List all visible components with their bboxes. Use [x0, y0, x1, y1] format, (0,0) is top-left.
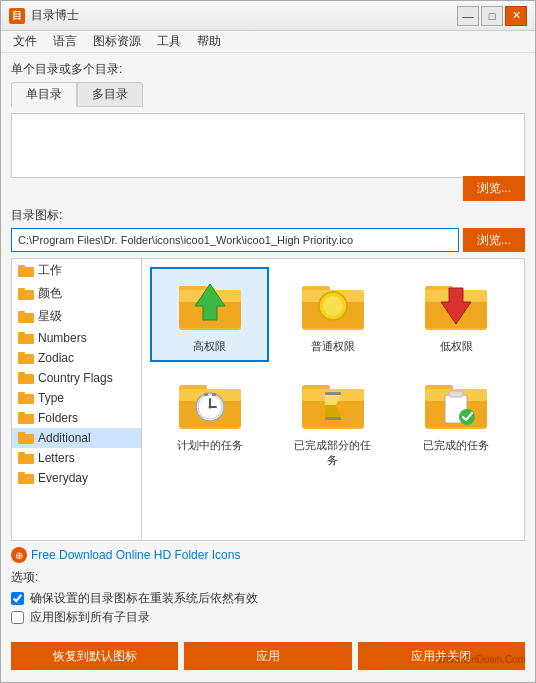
menu-tools[interactable]: 工具: [149, 31, 189, 52]
folder-svg-normal: [300, 278, 366, 332]
window-controls: — □ ✕: [457, 6, 527, 26]
single-multi-label: 单个目录或多个目录:: [11, 61, 525, 78]
tab-single[interactable]: 单目录: [11, 82, 77, 107]
folder-icon-small: [18, 452, 34, 464]
icon-grid: 高权限 普通权限: [142, 259, 524, 540]
menu-icon-resources[interactable]: 图标资源: [85, 31, 149, 52]
icon-path-input[interactable]: [11, 228, 459, 252]
icon-cell-done-task[interactable]: 已完成的任务: [397, 366, 516, 476]
icon-category-list[interactable]: 工作 颜色 星级 Numbers Zodiac: [12, 259, 142, 540]
svg-rect-32: [325, 417, 341, 420]
option-checkbox-1[interactable]: [11, 592, 24, 605]
option-label-2: 应用图标到所有子目录: [30, 609, 150, 626]
icon-main-area: 工作 颜色 星级 Numbers Zodiac: [11, 258, 525, 541]
apply-button[interactable]: 应用: [184, 642, 351, 670]
menu-help[interactable]: 帮助: [189, 31, 229, 52]
icon-label-done-task: 已完成的任务: [423, 438, 489, 453]
folder-icon-small: [18, 352, 34, 364]
svg-rect-23: [212, 393, 216, 396]
icon-img-partial-task: [298, 374, 368, 434]
svg-point-10: [323, 296, 343, 316]
icon-label-partial-task: 已完成部分的任 务: [294, 438, 371, 468]
list-item-flags[interactable]: Country Flags: [12, 368, 141, 388]
icon-img-done-task: [421, 374, 491, 434]
restore-default-button[interactable]: 恢复到默认图标: [11, 642, 178, 670]
option-row-1: 确保设置的目录图标在重装系统后依然有效: [11, 590, 525, 607]
list-item-color[interactable]: 颜色: [12, 282, 141, 305]
browse-button-top[interactable]: 浏览...: [463, 176, 525, 201]
folder-icon-small: [18, 372, 34, 384]
menu-file[interactable]: 文件: [5, 31, 45, 52]
svg-rect-31: [325, 392, 341, 395]
svg-rect-41: [449, 391, 463, 397]
icon-img-low-priority: [421, 275, 491, 335]
list-item-numbers[interactable]: Numbers: [12, 328, 141, 348]
minimize-button[interactable]: —: [457, 6, 479, 26]
window-title: 目录博士: [31, 7, 457, 24]
icon-section-label: 目录图标:: [11, 207, 525, 224]
folder-icon-small: [18, 332, 34, 344]
option-row-2: 应用图标到所有子目录: [11, 609, 525, 626]
icon-img-normal-priority: [298, 275, 368, 335]
folder-icon-small: [18, 288, 34, 300]
icon-img-planned-task: [175, 374, 245, 434]
icon-cell-planned-task[interactable]: 计划中的任务: [150, 366, 269, 476]
list-item-zodiac[interactable]: Zodiac: [12, 348, 141, 368]
folder-icon-small: [18, 432, 34, 444]
list-item-everyday[interactable]: Everyday: [12, 468, 141, 488]
svg-point-26: [208, 406, 211, 409]
list-item-star[interactable]: 星级: [12, 305, 141, 328]
folder-svg-low: [423, 278, 489, 332]
icon-cell-partial-task[interactable]: 已完成部分的任 务: [273, 366, 392, 476]
icon-cell-high-priority[interactable]: 高权限: [150, 267, 269, 362]
icon-label-low-priority: 低权限: [440, 339, 473, 354]
download-icon: ⊕: [11, 547, 27, 563]
icon-img-high-priority: [175, 275, 245, 335]
tab-multi[interactable]: 多目录: [77, 82, 143, 107]
folder-icon-small: [18, 472, 34, 484]
icon-label-normal-priority: 普通权限: [311, 339, 355, 354]
icon-label-high-priority: 高权限: [193, 339, 226, 354]
option-checkbox-2[interactable]: [11, 611, 24, 624]
list-item-folders[interactable]: Folders: [12, 408, 141, 428]
close-button[interactable]: ✕: [505, 6, 527, 26]
options-label: 选项:: [11, 569, 525, 586]
folder-icon-small: [18, 311, 34, 323]
maximize-button[interactable]: □: [481, 6, 503, 26]
folder-svg-done: [423, 377, 489, 431]
list-item-type[interactable]: Type: [12, 388, 141, 408]
download-link[interactable]: ⊕ Free Download Online HD Folder Icons: [11, 547, 525, 563]
icon-label-planned-task: 计划中的任务: [177, 438, 243, 453]
app-icon: 目: [9, 8, 25, 24]
list-item-letters[interactable]: Letters: [12, 448, 141, 468]
folder-svg-planned: [177, 377, 243, 431]
bottom-buttons: 恢复到默认图标 应用 应用并关闭: [11, 636, 525, 674]
tab-group: 单目录 多目录: [11, 82, 525, 107]
folder-icon-small: [18, 412, 34, 424]
icon-path-row: 浏览...: [11, 228, 525, 252]
menu-language[interactable]: 语言: [45, 31, 85, 52]
folder-icon-small: [18, 265, 34, 277]
title-bar: 目 目录博士 — □ ✕: [1, 1, 535, 31]
list-item-additional[interactable]: Additional: [12, 428, 141, 448]
apply-close-button[interactable]: 应用并关闭: [358, 642, 525, 670]
directory-input[interactable]: [11, 113, 525, 178]
icon-cell-normal-priority[interactable]: 普通权限: [273, 267, 392, 362]
list-item-work[interactable]: 工作: [12, 259, 141, 282]
svg-point-42: [459, 409, 475, 425]
browse-button-icon[interactable]: 浏览...: [463, 228, 525, 252]
svg-rect-22: [204, 393, 208, 396]
menu-bar: 文件 语言 图标资源 工具 帮助: [1, 31, 535, 53]
folder-svg-high: [177, 278, 243, 332]
option-label-1: 确保设置的目录图标在重装系统后依然有效: [30, 590, 258, 607]
icon-cell-low-priority[interactable]: 低权限: [397, 267, 516, 362]
main-window: 目 目录博士 — □ ✕ 文件 语言 图标资源 工具 帮助 单个目录或多个目录:…: [0, 0, 536, 683]
folder-icon-small: [18, 392, 34, 404]
folder-svg-partial: [300, 377, 366, 431]
options-section: 选项: 确保设置的目录图标在重装系统后依然有效 应用图标到所有子目录: [11, 569, 525, 628]
content-area: 单个目录或多个目录: 单目录 多目录 浏览... 目录图标: 浏览... 工作: [1, 53, 535, 682]
